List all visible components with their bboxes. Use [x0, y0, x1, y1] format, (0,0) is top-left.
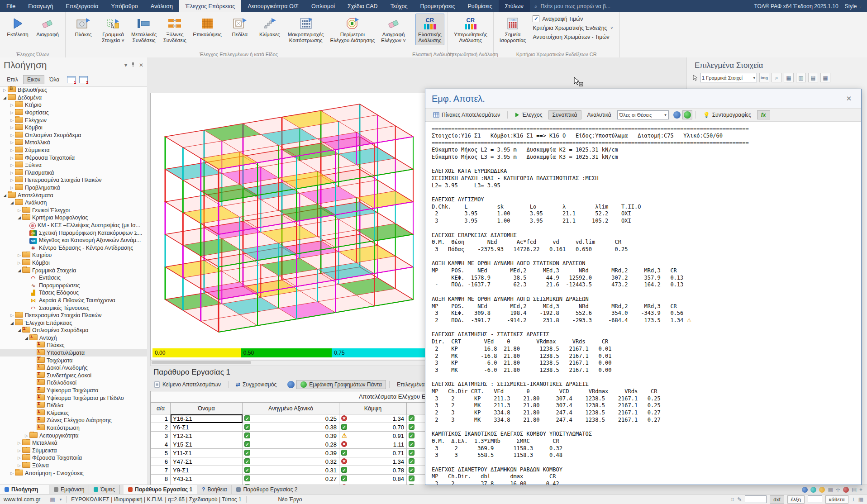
help-search[interactable]: ⌕ Πείτε μου πως μπορώ να β... — [530, 0, 615, 12]
tree-item-19[interactable]: drΣχετική Παραμόρφωση Κατακόρυφων Σ... — [0, 229, 147, 237]
tree-item-35[interactable]: Υποστυλώματα — [0, 349, 147, 357]
view-sphere-blue-icon[interactable] — [802, 487, 808, 493]
layout-icon[interactable]: ▦ — [50, 496, 55, 503]
element-name-cell[interactable]: Υ11-Σ1 — [171, 449, 243, 457]
tree-expander-icon[interactable]: ▷ — [16, 448, 22, 453]
coordinate-input[interactable] — [745, 495, 767, 503]
tree-expander-icon[interactable]: ◢ — [2, 193, 8, 198]
dxf-toggle[interactable]: dxf — [770, 495, 784, 504]
menu-item-4[interactable]: Ανάλυση — [144, 0, 179, 12]
tree-expander-icon[interactable]: ▷ — [16, 441, 22, 445]
img-button[interactable]: img — [759, 73, 769, 82]
tree-expander-icon[interactable]: ▷ — [9, 313, 15, 318]
tree-item-5[interactable]: ▷Κόμβοι — [0, 124, 147, 132]
tree-item-32[interactable]: ◢Οπλισμένο Σκυρόδεμα — [0, 327, 147, 334]
tree-expander-icon[interactable]: ▷ — [16, 261, 22, 265]
tree-expander-icon[interactable]: ▷ — [9, 185, 15, 190]
tree-expander-icon[interactable]: ◢ — [9, 321, 15, 325]
menu-item-0[interactable]: File — [0, 0, 22, 12]
tree-item-38[interactable]: Συνδετήριες Δοκοί — [0, 372, 147, 380]
tree-expander-icon[interactable]: ▷ — [16, 456, 22, 460]
tree-expander-icon[interactable]: ▷ — [9, 156, 15, 160]
table-view-2-icon[interactable]: 2 — [79, 76, 88, 83]
tree-item-0[interactable]: ▷Βιβλιοθήκες — [0, 86, 147, 94]
tree-item-11[interactable]: ▷Πλασματικά — [0, 169, 147, 177]
tree-expander-icon[interactable]: ▷ — [24, 433, 29, 438]
tree-expander-icon[interactable]: ▷ — [9, 140, 15, 145]
tab-help[interactable]: ? Βοήθεια — [197, 485, 232, 494]
table-header-1[interactable]: Όνομα — [171, 403, 243, 414]
blue-sphere-icon[interactable] — [673, 111, 681, 119]
axes-toggle-icon[interactable]: ⊹ — [836, 486, 840, 493]
tree-item-37[interactable]: Δοκοί Ανωδομής — [0, 364, 147, 372]
camera-icon[interactable]: ⌖ — [859, 486, 862, 493]
tree-item-18[interactable]: ◎ΚΜ - ΚΕΣ –Ελλείψεις Δυστρεψίας (με Ισ..… — [0, 222, 147, 229]
tree-expander-icon[interactable]: ◢ — [16, 215, 22, 220]
view-sphere-amber-icon[interactable] — [819, 487, 825, 493]
ribbon-button-1-2[interactable]: Μεταλλικές Συνδέσεις — [129, 14, 159, 45]
tree-item-8[interactable]: ▷Σύμμεικτα — [0, 147, 147, 154]
tree-expander-icon[interactable]: ▷ — [9, 178, 15, 182]
tab-workwindow-2[interactable]: Παράθυρο Εργασίας 2 — [232, 485, 302, 494]
tree-expander-icon[interactable]: ◢ — [2, 95, 8, 100]
tree-item-26[interactable]: ∿Παραμορφώσεις — [0, 281, 147, 289]
table-header-3[interactable]: Κάμψη — [339, 403, 407, 414]
tab-display[interactable]: Εμφάνιση — [49, 485, 89, 494]
menu-item-8[interactable]: Σχέδια CAD — [341, 0, 384, 12]
sync-button[interactable]: ⇄ Συγχρονισμός — [232, 380, 281, 389]
tree-expander-icon[interactable]: ▷ — [9, 133, 15, 138]
menu-item-10[interactable]: Προμετρήσεις — [414, 0, 462, 12]
tree-item-44[interactable]: Ζώνες Ελέγχου Διάτρησης — [0, 417, 147, 424]
tree-item-31[interactable]: ◢Έλεγχοι Επάρκειας — [0, 319, 147, 327]
ribbon-button-4-0[interactable]: 123Σημεία Ισορροπίας — [497, 14, 529, 45]
tree-item-12[interactable]: ▷Πεπερασμένα Στοιχεία Πλακών — [0, 176, 147, 184]
tab-workwindow-1[interactable]: Παράθυρο Εργασίας 1 — [124, 485, 197, 494]
write-values-checkbox[interactable]: ✓Αναγραφή Τιμών — [533, 15, 613, 22]
element-name-cell[interactable]: Υ47-Σ1 — [171, 457, 243, 466]
fx-button[interactable]: fx — [757, 110, 770, 119]
view-sphere-red-icon[interactable] — [843, 487, 849, 493]
tree-item-14[interactable]: ◢Αποτελέσματα — [0, 191, 147, 199]
tree-expander-icon[interactable]: ▷ — [9, 125, 15, 130]
tree-expander-icon[interactable]: ▷ — [9, 471, 15, 475]
tree-item-17[interactable]: ◢Κριτήρια Μορφολογίας — [0, 214, 147, 222]
chevron-down-icon[interactable]: ▾ — [60, 497, 62, 502]
positions-dropdown[interactable]: Όλες οι Θέσεις▾ — [617, 110, 669, 119]
menu-item-2[interactable]: Επεξεργασία — [59, 0, 105, 12]
tree-expander-icon[interactable]: ◢ — [16, 268, 22, 273]
tree-item-40[interactable]: Υψίκορμα Τοιχώματα — [0, 387, 147, 395]
element-name-cell[interactable]: Υ9-Σ1 — [171, 466, 243, 475]
result-tables-button[interactable]: Πίνακες Αποτελεσμάτων — [429, 110, 504, 119]
table-header-2[interactable]: Ανηγμένο Αξονικό — [243, 403, 339, 414]
tab-navigation[interactable]: Πλοήγηση — [0, 485, 49, 494]
tree-item-29[interactable]: ◠Σεισμικές Τέμνουσες — [0, 304, 147, 312]
tree-expander-icon[interactable]: ◢ — [16, 328, 22, 333]
tree-expander-icon[interactable]: ◢ — [24, 336, 29, 340]
tree-item-25[interactable]: ◠Εντάσεις — [0, 274, 147, 282]
view-sphere-teal-icon[interactable] — [810, 487, 816, 493]
element-name-cell[interactable]: Υ12-Σ1 — [171, 432, 243, 440]
menu-item-9[interactable]: Τεύχος — [384, 0, 414, 12]
close-icon[interactable]: ✕ — [843, 95, 855, 103]
tree-item-43[interactable]: Κλίμακες — [0, 409, 147, 417]
ribbon-button-0-1[interactable]: Διαγραφή — [33, 14, 62, 39]
tree-expander-icon[interactable]: ▷ — [9, 148, 15, 152]
ruler-icon[interactable]: ⌗ — [731, 496, 734, 503]
tree-item-30[interactable]: ▷Πεπερασμένα Στοιχεία Πλακών — [0, 312, 147, 319]
tree-item-22[interactable]: ▷Κτηρίου — [0, 252, 147, 259]
tree-expander-icon[interactable]: ▷ — [9, 118, 15, 123]
tree-item-50[interactable]: ▷Ξύλινα — [0, 462, 147, 470]
tree-item-41[interactable]: Υψίκορμα Τοιχώματα με Πέδιλο — [0, 394, 147, 402]
tree-item-13[interactable]: ▷Προβληματικά — [0, 184, 147, 192]
ribbon-button-1-4[interactable]: Επικαλύψεις — [190, 14, 224, 39]
grid-snap-icon[interactable]: ▦ — [858, 496, 863, 503]
ribbon-button-1-8[interactable]: Περίμετροι Ελέγχου Διάτρησης — [328, 14, 378, 45]
table-rows-icon[interactable]: ▤ — [808, 73, 818, 82]
menu-item-3[interactable]: Υπόβαθρο — [105, 0, 144, 12]
abbreviations-button[interactable]: 💡 Συντομογραφίες — [699, 110, 755, 119]
tree-item-20[interactable]: vdΜέγεθος και Κατανομή Αξονικών Δυνάμ... — [0, 237, 147, 244]
tree-item-45[interactable]: Κοιτόστρωση — [0, 424, 147, 432]
nav-tab-epil[interactable]: Επιλ — [3, 75, 22, 84]
element-name-cell[interactable]: Υ16-Σ1 — [171, 414, 243, 423]
tree-item-7[interactable]: ▷Μεταλλικά — [0, 139, 147, 147]
